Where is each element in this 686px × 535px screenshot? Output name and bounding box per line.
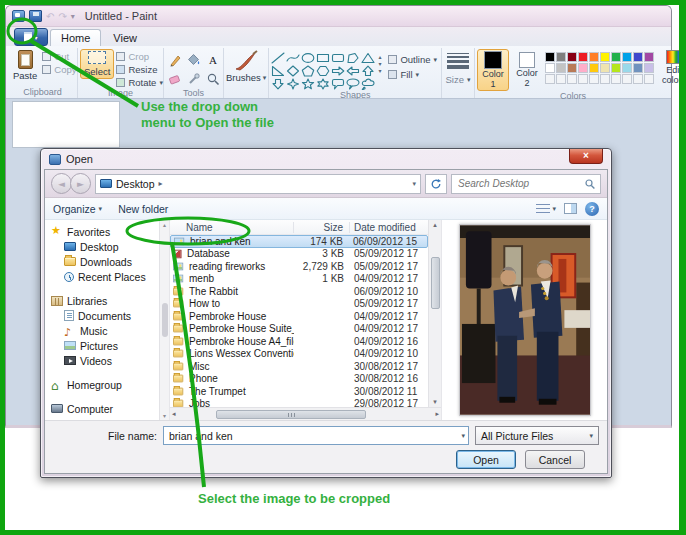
palette-color-swatch[interactable] <box>545 52 555 62</box>
magnifier-tool[interactable] <box>204 70 222 88</box>
breadcrumb-arrow-icon[interactable]: ▸ <box>159 179 163 188</box>
sidebar-item-videos[interactable]: Videos <box>51 353 159 368</box>
select-button[interactable]: Select <box>80 49 114 79</box>
shape-five-point-star-icon[interactable] <box>301 78 315 90</box>
file-row[interactable]: reading fireworks2,729 KB05/09/2012 17 <box>170 260 428 273</box>
palette-empty-swatch[interactable] <box>611 74 621 84</box>
scroll-up-icon[interactable]: ▴ <box>163 221 166 228</box>
breadcrumb-root[interactable]: Desktop <box>116 178 155 190</box>
scroll-right-icon[interactable]: ▸ <box>435 410 439 418</box>
scrollbar-thumb[interactable] <box>431 257 440 309</box>
palette-color-swatch[interactable] <box>622 52 632 62</box>
column-date-modified[interactable]: Date modified <box>350 222 428 233</box>
shape-right-triangle-icon[interactable] <box>271 65 285 77</box>
resize-button[interactable]: Resize <box>116 64 163 75</box>
file-row[interactable]: Jobs29/08/2012 17 <box>170 398 428 408</box>
sidebar-section-homegroup[interactable]: Homegroup <box>51 377 159 392</box>
quick-access-dropdown-icon[interactable]: ▾ <box>71 12 75 21</box>
column-name[interactable]: Name <box>170 222 294 233</box>
edit-colors-button[interactable]: Edit colors <box>657 49 686 86</box>
tab-view[interactable]: View <box>103 30 147 46</box>
palette-color-swatch[interactable] <box>644 52 654 62</box>
scroll-up-icon[interactable]: ▴ <box>433 221 437 229</box>
sidebar-section-favorites[interactable]: Favorites <box>51 224 159 239</box>
eraser-tool[interactable] <box>166 70 184 88</box>
search-input[interactable] <box>456 177 584 190</box>
palette-color-swatch[interactable] <box>545 63 555 73</box>
file-name-combo[interactable]: ▾ <box>163 426 469 445</box>
shapes-scrollbar[interactable]: ▴ ▾ ▾ <box>377 49 382 78</box>
scrollbar-thumb[interactable] <box>162 303 168 337</box>
breadcrumb[interactable]: Desktop ▸ ▾ <box>95 174 421 194</box>
undo-icon[interactable]: ↶ <box>46 11 54 22</box>
sidebar-item-recent-places[interactable]: Recent Places <box>51 269 159 284</box>
shape-rounded-callout-icon[interactable] <box>331 78 345 90</box>
organize-button[interactable]: Organize▾ <box>53 203 102 215</box>
scroll-down-icon[interactable]: ▾ <box>378 60 381 67</box>
file-row[interactable]: The Rabbit06/09/2012 10 <box>170 285 428 298</box>
sidebar-item-documents[interactable]: Documents <box>51 308 159 323</box>
file-row[interactable]: Lions Wessex Convention04/09/2012 10 <box>170 348 428 361</box>
cut-button[interactable]: Cut <box>42 51 76 62</box>
shape-cloud-callout-icon[interactable] <box>361 78 375 90</box>
palette-empty-swatch[interactable] <box>600 74 610 84</box>
file-row[interactable]: menb1 KB04/09/2012 17 <box>170 273 428 286</box>
crop-button[interactable]: Crop <box>116 51 163 62</box>
palette-empty-swatch[interactable] <box>644 74 654 84</box>
palette-color-swatch[interactable] <box>556 63 566 73</box>
scroll-more-icon[interactable]: ▾ <box>378 67 381 74</box>
shape-diamond-icon[interactable] <box>286 65 300 77</box>
fill-tool[interactable] <box>185 51 203 69</box>
list-vertical-scrollbar[interactable]: ▴ ▾ <box>428 220 441 407</box>
color2-button[interactable]: Color 2 <box>512 49 542 89</box>
palette-color-swatch[interactable] <box>578 52 588 62</box>
sidebar-scrollbar[interactable]: ▴ ▾ <box>159 220 169 420</box>
column-size[interactable]: Size <box>294 222 350 233</box>
palette-color-swatch[interactable] <box>589 63 599 73</box>
fill-button[interactable]: Fill▾ <box>388 69 437 80</box>
palette-color-swatch[interactable] <box>622 63 632 73</box>
file-type-select[interactable]: All Picture Files ▾ <box>475 426 599 445</box>
back-button[interactable]: ◄ <box>51 173 72 194</box>
file-row[interactable]: Misc30/08/2012 17 <box>170 360 428 373</box>
paint-menu-button[interactable]: ▾ <box>14 28 48 46</box>
views-button[interactable]: ▾ <box>536 204 556 214</box>
rotate-button[interactable]: Rotate▾ <box>116 77 163 88</box>
pencil-tool[interactable] <box>166 51 184 69</box>
shape-triangle-icon[interactable] <box>361 52 375 64</box>
sidebar-item-music[interactable]: Music <box>51 323 159 338</box>
file-row[interactable]: Database3 KB05/09/2012 17 <box>170 248 428 261</box>
open-button[interactable]: Open <box>456 450 516 469</box>
file-row[interactable]: Pembroke House04/09/2012 17 <box>170 310 428 323</box>
size-button[interactable]: Size▾ <box>446 74 471 85</box>
palette-empty-swatch[interactable] <box>567 74 577 84</box>
palette-color-swatch[interactable] <box>567 63 577 73</box>
file-name-input[interactable] <box>167 429 461 443</box>
palette-color-swatch[interactable] <box>589 52 599 62</box>
search-box[interactable] <box>451 174 601 194</box>
palette-color-swatch[interactable] <box>633 52 643 62</box>
shape-oval-icon[interactable] <box>301 52 315 64</box>
shape-six-point-star-icon[interactable] <box>316 78 330 90</box>
shape-hexagon-icon[interactable] <box>316 65 330 77</box>
scrollbar-thumb[interactable] <box>216 410 366 419</box>
scroll-down-icon[interactable]: ▾ <box>163 412 166 419</box>
color1-button[interactable]: Color 1 <box>477 49 509 91</box>
palette-color-swatch[interactable] <box>633 63 643 73</box>
scroll-up-icon[interactable]: ▴ <box>378 53 381 60</box>
shape-rectangle-icon[interactable] <box>316 52 330 64</box>
palette-color-swatch[interactable] <box>556 52 566 62</box>
shape-down-arrow-icon[interactable] <box>271 78 285 90</box>
sidebar-item-downloads[interactable]: Downloads <box>51 254 159 269</box>
palette-color-swatch[interactable] <box>578 63 588 73</box>
file-row[interactable]: Phone30/08/2012 16 <box>170 373 428 386</box>
shape-oval-callout-icon[interactable] <box>346 78 360 90</box>
close-button[interactable]: × <box>569 149 603 164</box>
list-horizontal-scrollbar[interactable]: ◂ ▸ <box>170 407 441 420</box>
refresh-button[interactable] <box>425 174 447 194</box>
shape-curve-icon[interactable] <box>286 52 300 64</box>
color-picker-tool[interactable] <box>185 70 203 88</box>
scroll-left-icon[interactable]: ◂ <box>172 410 176 418</box>
sidebar-item-pictures[interactable]: Pictures <box>51 338 159 353</box>
chevron-down-icon[interactable]: ▾ <box>461 432 465 440</box>
